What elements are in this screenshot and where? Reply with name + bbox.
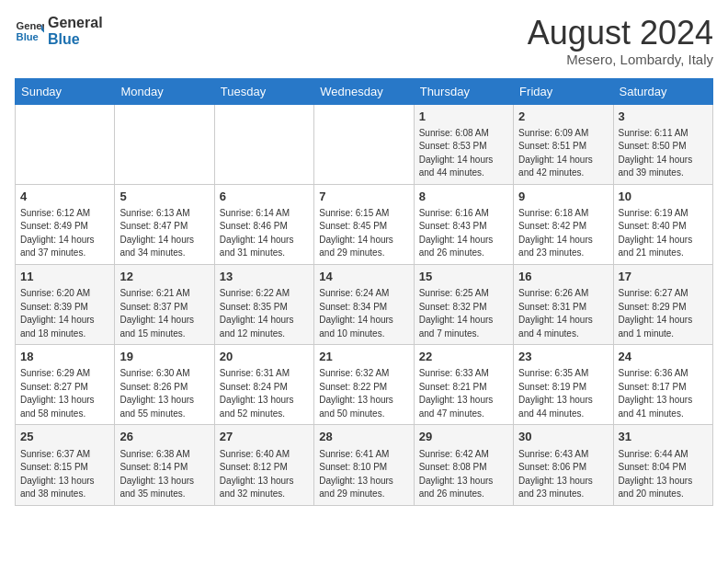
day-info: Sunrise: 6:19 AM Sunset: 8:40 PM Dayligh…: [619, 207, 708, 260]
calendar-cell: 31Sunrise: 6:44 AM Sunset: 8:04 PM Dayli…: [613, 425, 712, 505]
day-info: Sunrise: 6:26 AM Sunset: 8:31 PM Dayligh…: [518, 287, 608, 340]
day-info: Sunrise: 6:24 AM Sunset: 8:34 PM Dayligh…: [319, 287, 408, 340]
day-info: Sunrise: 6:44 AM Sunset: 8:04 PM Dayligh…: [619, 448, 708, 501]
calendar-cell: [115, 104, 214, 184]
day-number: 25: [20, 429, 109, 445]
day-number: 6: [220, 189, 309, 205]
day-info: Sunrise: 6:42 AM Sunset: 8:08 PM Dayligh…: [419, 448, 508, 501]
week-row-1: 1Sunrise: 6:08 AM Sunset: 8:53 PM Daylig…: [16, 104, 713, 184]
weekday-header-monday: Monday: [115, 78, 214, 104]
weekday-header-friday: Friday: [514, 78, 613, 104]
day-number: 11: [20, 269, 109, 285]
logo: General Blue General Blue: [15, 15, 103, 47]
day-info: Sunrise: 6:14 AM Sunset: 8:46 PM Dayligh…: [220, 207, 309, 260]
week-row-2: 4Sunrise: 6:12 AM Sunset: 8:49 PM Daylig…: [16, 184, 713, 264]
weekday-header-thursday: Thursday: [414, 78, 513, 104]
day-number: 7: [319, 189, 408, 205]
day-info: Sunrise: 6:08 AM Sunset: 8:53 PM Dayligh…: [419, 127, 508, 180]
calendar-cell: 26Sunrise: 6:38 AM Sunset: 8:14 PM Dayli…: [115, 425, 214, 505]
day-info: Sunrise: 6:22 AM Sunset: 8:35 PM Dayligh…: [220, 287, 309, 340]
weekday-header-wednesday: Wednesday: [314, 78, 414, 104]
svg-text:General: General: [17, 20, 44, 31]
day-info: Sunrise: 6:33 AM Sunset: 8:21 PM Dayligh…: [419, 367, 508, 420]
day-info: Sunrise: 6:20 AM Sunset: 8:39 PM Dayligh…: [20, 287, 109, 340]
calendar-cell: 11Sunrise: 6:20 AM Sunset: 8:39 PM Dayli…: [16, 264, 115, 344]
calendar-cell: 30Sunrise: 6:43 AM Sunset: 8:06 PM Dayli…: [514, 425, 613, 505]
calendar-cell: [214, 104, 313, 184]
calendar-cell: 23Sunrise: 6:35 AM Sunset: 8:19 PM Dayli…: [514, 345, 613, 425]
day-number: 27: [220, 429, 309, 445]
calendar-cell: 14Sunrise: 6:24 AM Sunset: 8:34 PM Dayli…: [314, 264, 414, 344]
calendar-cell: 7Sunrise: 6:15 AM Sunset: 8:45 PM Daylig…: [314, 184, 414, 264]
calendar-cell: 29Sunrise: 6:42 AM Sunset: 8:08 PM Dayli…: [414, 425, 513, 505]
day-number: 12: [119, 269, 209, 285]
calendar-cell: 16Sunrise: 6:26 AM Sunset: 8:31 PM Dayli…: [514, 264, 613, 344]
day-info: Sunrise: 6:15 AM Sunset: 8:45 PM Dayligh…: [319, 207, 408, 260]
weekday-header-row: SundayMondayTuesdayWednesdayThursdayFrid…: [16, 78, 713, 104]
weekday-header-tuesday: Tuesday: [214, 78, 313, 104]
day-info: Sunrise: 6:38 AM Sunset: 8:14 PM Dayligh…: [119, 448, 209, 501]
calendar-cell: 15Sunrise: 6:25 AM Sunset: 8:32 PM Dayli…: [414, 264, 513, 344]
day-info: Sunrise: 6:31 AM Sunset: 8:24 PM Dayligh…: [220, 367, 309, 420]
day-info: Sunrise: 6:32 AM Sunset: 8:22 PM Dayligh…: [319, 367, 408, 420]
day-number: 17: [619, 269, 708, 285]
logo-general: General: [48, 15, 103, 31]
day-info: Sunrise: 6:18 AM Sunset: 8:42 PM Dayligh…: [518, 207, 608, 260]
calendar-cell: 25Sunrise: 6:37 AM Sunset: 8:15 PM Dayli…: [16, 425, 115, 505]
calendar-cell: 2Sunrise: 6:09 AM Sunset: 8:51 PM Daylig…: [514, 104, 613, 184]
calendar-cell: 24Sunrise: 6:36 AM Sunset: 8:17 PM Dayli…: [613, 345, 712, 425]
day-info: Sunrise: 6:09 AM Sunset: 8:51 PM Dayligh…: [518, 127, 608, 180]
day-number: 31: [619, 429, 708, 445]
day-number: 24: [619, 349, 708, 365]
day-info: Sunrise: 6:43 AM Sunset: 8:06 PM Dayligh…: [518, 448, 608, 501]
day-number: 30: [518, 429, 608, 445]
day-number: 1: [419, 109, 508, 125]
day-info: Sunrise: 6:29 AM Sunset: 8:27 PM Dayligh…: [20, 367, 109, 420]
day-info: Sunrise: 6:37 AM Sunset: 8:15 PM Dayligh…: [20, 448, 109, 501]
calendar-cell: 4Sunrise: 6:12 AM Sunset: 8:49 PM Daylig…: [16, 184, 115, 264]
calendar-cell: 10Sunrise: 6:19 AM Sunset: 8:40 PM Dayli…: [613, 184, 712, 264]
page-header: General Blue General Blue August 2024 Me…: [15, 15, 713, 67]
calendar-cell: [314, 104, 414, 184]
weekday-header-saturday: Saturday: [613, 78, 712, 104]
weekday-header-sunday: Sunday: [16, 78, 115, 104]
day-number: 22: [419, 349, 508, 365]
day-number: 15: [419, 269, 508, 285]
day-info: Sunrise: 6:41 AM Sunset: 8:10 PM Dayligh…: [319, 448, 408, 501]
calendar-cell: 22Sunrise: 6:33 AM Sunset: 8:21 PM Dayli…: [414, 345, 513, 425]
week-row-5: 25Sunrise: 6:37 AM Sunset: 8:15 PM Dayli…: [16, 425, 713, 505]
day-info: Sunrise: 6:11 AM Sunset: 8:50 PM Dayligh…: [619, 127, 708, 180]
day-number: 21: [319, 349, 408, 365]
day-info: Sunrise: 6:36 AM Sunset: 8:17 PM Dayligh…: [619, 367, 708, 420]
day-info: Sunrise: 6:12 AM Sunset: 8:49 PM Dayligh…: [20, 207, 109, 260]
day-info: Sunrise: 6:30 AM Sunset: 8:26 PM Dayligh…: [119, 367, 209, 420]
calendar-cell: 20Sunrise: 6:31 AM Sunset: 8:24 PM Dayli…: [214, 345, 313, 425]
week-row-3: 11Sunrise: 6:20 AM Sunset: 8:39 PM Dayli…: [16, 264, 713, 344]
day-info: Sunrise: 6:27 AM Sunset: 8:29 PM Dayligh…: [619, 287, 708, 340]
day-number: 29: [419, 429, 508, 445]
logo-blue: Blue: [48, 31, 103, 48]
calendar-cell: 21Sunrise: 6:32 AM Sunset: 8:22 PM Dayli…: [314, 345, 414, 425]
logo-icon: General Blue: [15, 17, 44, 46]
calendar-cell: 28Sunrise: 6:41 AM Sunset: 8:10 PM Dayli…: [314, 425, 414, 505]
calendar-cell: 9Sunrise: 6:18 AM Sunset: 8:42 PM Daylig…: [514, 184, 613, 264]
location: Mesero, Lombardy, Italy: [528, 52, 713, 67]
calendar-cell: 13Sunrise: 6:22 AM Sunset: 8:35 PM Dayli…: [214, 264, 313, 344]
day-number: 3: [619, 109, 708, 125]
month-year: August 2024: [528, 15, 713, 52]
week-row-4: 18Sunrise: 6:29 AM Sunset: 8:27 PM Dayli…: [16, 345, 713, 425]
calendar-cell: 27Sunrise: 6:40 AM Sunset: 8:12 PM Dayli…: [214, 425, 313, 505]
svg-text:Blue: Blue: [17, 30, 39, 41]
calendar-cell: 1Sunrise: 6:08 AM Sunset: 8:53 PM Daylig…: [414, 104, 513, 184]
calendar-cell: 3Sunrise: 6:11 AM Sunset: 8:50 PM Daylig…: [613, 104, 712, 184]
calendar-cell: 18Sunrise: 6:29 AM Sunset: 8:27 PM Dayli…: [16, 345, 115, 425]
day-number: 2: [518, 109, 608, 125]
calendar-cell: [16, 104, 115, 184]
day-number: 18: [20, 349, 109, 365]
day-number: 14: [319, 269, 408, 285]
day-number: 16: [518, 269, 608, 285]
day-number: 26: [119, 429, 209, 445]
day-info: Sunrise: 6:13 AM Sunset: 8:47 PM Dayligh…: [119, 207, 209, 260]
day-info: Sunrise: 6:25 AM Sunset: 8:32 PM Dayligh…: [419, 287, 508, 340]
day-number: 9: [518, 189, 608, 205]
